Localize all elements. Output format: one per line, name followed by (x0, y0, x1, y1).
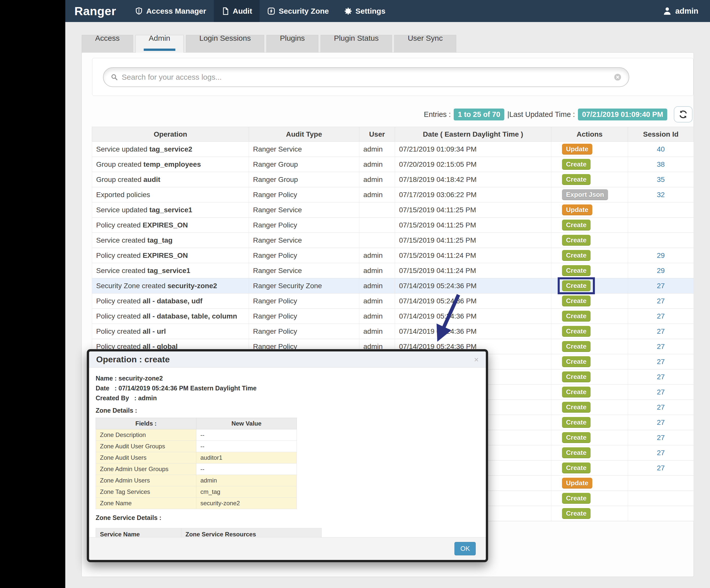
session-id-link[interactable]: 38 (657, 160, 665, 168)
shield-icon (135, 7, 143, 15)
audit-type-cell: Ranger Group (249, 172, 359, 187)
action-badge-create[interactable]: Create (562, 220, 591, 231)
session-id-link[interactable]: 27 (657, 358, 665, 366)
action-badge-create[interactable]: Create (562, 356, 591, 367)
action-badge-create[interactable]: Create (562, 508, 591, 519)
session-id-link[interactable]: 27 (657, 373, 665, 381)
session-id-cell (628, 506, 694, 521)
tab-plugins[interactable]: Plugins (266, 35, 318, 53)
zone-service-details-label: Zone Service Details : (96, 514, 479, 521)
table-row: Service updated tag_service2Ranger Servi… (92, 142, 694, 157)
session-id-link[interactable]: 29 (657, 267, 665, 275)
session-id-link[interactable]: 35 (657, 175, 665, 184)
action-badge-create[interactable]: Create (562, 159, 591, 170)
actions-cell: Update (551, 476, 628, 491)
refresh-button[interactable] (674, 106, 692, 122)
column-header-date-eastern-daylight-time: Date ( Eastern Daylight Time ) (395, 127, 551, 142)
close-icon[interactable]: × (474, 355, 479, 363)
nav-item-label: Audit (233, 7, 252, 16)
action-badge-create[interactable]: Create (562, 311, 591, 322)
table-row: Group created temp_employeesRanger Group… (92, 157, 694, 172)
action-badge-create[interactable]: Create (562, 280, 591, 291)
action-badge-create[interactable]: Create (562, 265, 591, 276)
tab-access[interactable]: Access (82, 35, 133, 53)
field-name-cell: Zone Admin Users (96, 475, 196, 486)
action-badge-create[interactable]: Create (562, 386, 591, 398)
session-id-link[interactable]: 27 (657, 403, 665, 411)
action-badge-create[interactable]: Create (562, 463, 591, 473)
modal-footer: OK (89, 537, 486, 560)
action-badge-update[interactable]: Update (562, 205, 592, 215)
session-id-link[interactable]: 27 (657, 343, 665, 350)
action-badge-create[interactable]: Create (562, 417, 591, 428)
date-cell: 07/15/2019 04:11:25 PM (395, 203, 551, 218)
nav-item-security-zone[interactable]: Security Zone (260, 0, 336, 22)
audit-type-cell: Ranger Policy (249, 218, 359, 233)
zone-details-row: Zone Namesecurity-zone2 (96, 498, 297, 509)
action-badge-update[interactable]: Update (562, 478, 592, 489)
session-id-link[interactable]: 27 (657, 434, 665, 442)
operation-cell: Policy created all - url (92, 324, 249, 339)
audit-type-cell: Ranger Group (249, 157, 359, 172)
clear-search-icon[interactable] (614, 73, 622, 81)
highlight-box: Create (558, 277, 595, 294)
user-cell: admin (359, 157, 395, 172)
tab-user-sync[interactable]: User Sync (394, 35, 456, 53)
action-badge-create[interactable]: Create (562, 296, 591, 306)
session-id-link[interactable]: 40 (657, 145, 665, 153)
search-input[interactable] (122, 73, 610, 81)
action-badge-create[interactable]: Create (562, 326, 591, 337)
action-badge-create[interactable]: Create (562, 341, 591, 352)
session-id-link[interactable]: 27 (657, 388, 665, 396)
session-id-link[interactable]: 27 (657, 419, 665, 426)
session-id-cell: 27 (628, 309, 694, 324)
tab-plugin-status[interactable]: Plugin Status (321, 35, 392, 53)
action-badge-export-json[interactable]: Export Json (562, 189, 608, 200)
session-id-link[interactable]: 27 (657, 312, 665, 320)
action-badge-create[interactable]: Create (562, 402, 591, 413)
ok-button[interactable]: OK (454, 542, 476, 555)
zone-name-line: Name : security-zone2 (96, 375, 479, 382)
search-bar[interactable] (103, 67, 629, 87)
actions-cell: Create (551, 172, 628, 187)
column-header-operation: Operation (92, 127, 249, 142)
zone-details-table: Fields :New Value Zone Description--Zone… (96, 418, 297, 509)
field-name-cell: Zone Description (96, 429, 196, 441)
entries-count-badge: 1 to 25 of 70 (454, 109, 504, 120)
session-id-cell: 27 (628, 445, 694, 461)
audit-type-cell: Ranger Policy (249, 248, 359, 263)
action-badge-create[interactable]: Create (562, 250, 591, 261)
action-badge-create[interactable]: Create (562, 235, 591, 246)
action-badge-create[interactable]: Create (562, 174, 591, 185)
zone-details-column-fields: Fields : (96, 418, 196, 429)
nav-item-audit[interactable]: Audit (214, 0, 260, 22)
session-id-link[interactable]: 32 (657, 191, 665, 198)
user-menu[interactable]: admin (651, 0, 710, 22)
tab-label: Plugin Status (334, 35, 379, 43)
action-badge-update[interactable]: Update (562, 144, 592, 155)
action-badge-create[interactable]: Create (562, 432, 591, 443)
nav-item-label: Security Zone (279, 7, 329, 16)
last-updated-label: |Last Updated Time : (507, 110, 575, 119)
ranger-logo: Ranger (65, 0, 127, 22)
zone-details-row: Zone Audit Usersauditor1 (96, 452, 297, 464)
tab-admin[interactable]: Admin (135, 35, 184, 53)
session-id-link[interactable]: 27 (657, 327, 665, 335)
session-id-link[interactable]: 27 (657, 282, 665, 290)
nav-item-access-manager[interactable]: Access Manager (127, 0, 214, 22)
action-badge-create[interactable]: Create (562, 447, 591, 458)
session-id-link[interactable]: 27 (657, 464, 665, 472)
actions-cell: Create (551, 415, 628, 430)
nav-item-settings[interactable]: Settings (336, 0, 393, 22)
session-id-link[interactable]: 27 (657, 297, 665, 305)
session-id-cell: 27 (628, 415, 694, 430)
date-cell: 07/20/2019 02:15:05 PM (395, 157, 551, 172)
action-badge-create[interactable]: Create (562, 493, 591, 504)
actions-cell: Create (551, 309, 628, 324)
session-id-link[interactable]: 29 (657, 252, 665, 259)
tab-login-sessions[interactable]: Login Sessions (186, 35, 264, 53)
actions-cell: Create (551, 506, 628, 521)
action-badge-create[interactable]: Create (562, 371, 591, 382)
session-id-link[interactable]: 27 (657, 449, 665, 457)
file-icon (221, 7, 230, 15)
